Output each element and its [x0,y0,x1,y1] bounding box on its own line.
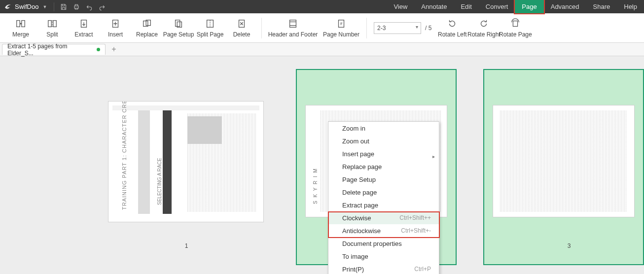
save-icon[interactable] [57,0,70,13]
rotate-left-label: Rotate Left [438,31,467,38]
page-range-control: / 5 [374,22,431,34]
page-grid: TRAINING PART 1: CHARACTER CREATION SELE… [0,56,644,274]
svg-rect-9 [176,20,180,26]
app-logo-icon [4,3,12,11]
svg-rect-4 [53,20,56,27]
menu-page[interactable]: Page [515,0,543,13]
svg-rect-3 [48,20,51,27]
page-caption: 1 [177,242,196,249]
svg-rect-1 [17,20,20,27]
app-title: SwifDoo [15,3,38,10]
ctx-replace-page[interactable]: Replace page [328,160,439,173]
new-tab-button[interactable]: + [108,45,119,54]
context-menu: Zoom in Zoom out Insert page Replace pag… [328,121,439,274]
separator [54,2,54,11]
page-setup-button[interactable]: Page Setup [163,14,194,42]
page-setup-label: Page Setup [163,31,194,38]
rotate-page-button[interactable]: Rotate Page [500,14,531,42]
app-menu-caret-icon[interactable]: ▼ [42,4,47,9]
rotate-left-button[interactable]: Rotate Left [436,14,468,42]
page-number-button[interactable]: # Page Number [320,14,362,42]
ctx-page-setup[interactable]: Page Setup [328,173,439,186]
rotate-right-button[interactable]: Rotate Right [468,14,500,42]
ctx-doc-properties[interactable]: Document properties [328,237,439,250]
merge-label: Merge [12,31,29,38]
split-page-label: Split Page [197,31,224,38]
delete-label: Delete [233,31,250,38]
rotate-page-label: Rotate Page [499,31,532,38]
svg-rect-0 [74,6,78,8]
page-thumbnail[interactable]: TRAINING PART 1: CHARACTER CREATION SELE… [108,102,263,222]
menu-annotate[interactable]: Annotate [414,0,454,13]
svg-text:#: # [340,21,343,26]
separator [261,18,262,38]
document-tabstrip: Extract 1-5 pages from Elder_S... + [0,43,644,56]
menu-advanced[interactable]: Advanced [544,0,586,13]
redo-icon[interactable] [96,0,108,13]
ribbon: Merge Split Extract Insert Replace Page … [0,13,644,43]
split-button[interactable]: Split [36,14,68,42]
header-footer-label: Header and Footer [268,31,318,38]
ctx-zoom-in[interactable]: Zoom in [328,122,439,135]
page-number-label: Page Number [323,31,359,38]
ctx-to-image[interactable]: To image [328,250,439,263]
delete-button[interactable]: Delete [226,14,257,42]
ctx-print[interactable]: Print(P)Ctrl+P [328,263,439,274]
ctx-delete-page[interactable]: Delete page [328,186,439,199]
extract-button[interactable]: Extract [68,14,100,42]
ctx-anticlockwise[interactable]: AnticlockwiseCtrl+Shift+- [328,224,439,237]
replace-label: Replace [136,31,158,38]
menu-edit[interactable]: Edit [454,0,478,13]
print-icon[interactable] [70,0,83,13]
page-thumbnail[interactable] [493,105,634,217]
ctx-clockwise[interactable]: ClockwiseCtrl+Shift++ [328,211,439,224]
insert-button[interactable]: Insert [100,14,131,42]
ctx-extract-page[interactable]: Extract page [328,199,439,211]
ctx-zoom-out[interactable]: Zoom out [328,135,439,147]
page-caption: 3 [559,242,579,249]
split-page-button[interactable]: Split Page [194,14,226,42]
page-range-total: / 5 [425,25,431,32]
menu-convert[interactable]: Convert [479,0,515,13]
svg-rect-2 [22,20,25,27]
header-footer-button[interactable]: Header and Footer [266,14,320,42]
separator [366,18,367,38]
replace-button[interactable]: Replace [131,14,163,42]
svg-rect-16 [513,21,518,26]
svg-rect-13 [290,20,296,27]
merge-button[interactable]: Merge [5,14,36,42]
document-tab[interactable]: Extract 1-5 pages from Elder_S... [2,44,106,55]
insert-label: Insert [108,31,123,38]
unsaved-indicator-icon [97,48,100,51]
document-tab-title: Extract 1-5 pages from Elder_S... [7,43,93,57]
extract-label: Extract [74,31,93,38]
menubar: SwifDoo ▼ View Annotate Edit Convert Pag… [0,0,644,13]
app-brand: SwifDoo ▼ [0,3,51,11]
menu-share[interactable]: Share [586,0,617,13]
page-range-input[interactable] [374,22,421,34]
menu-view[interactable]: View [387,0,414,13]
menu-help[interactable]: Help [617,0,644,13]
undo-icon[interactable] [83,0,96,13]
rotate-right-label: Rotate Right [467,31,501,38]
ctx-insert-page[interactable]: Insert page [328,147,439,160]
split-label: Split [46,31,58,38]
